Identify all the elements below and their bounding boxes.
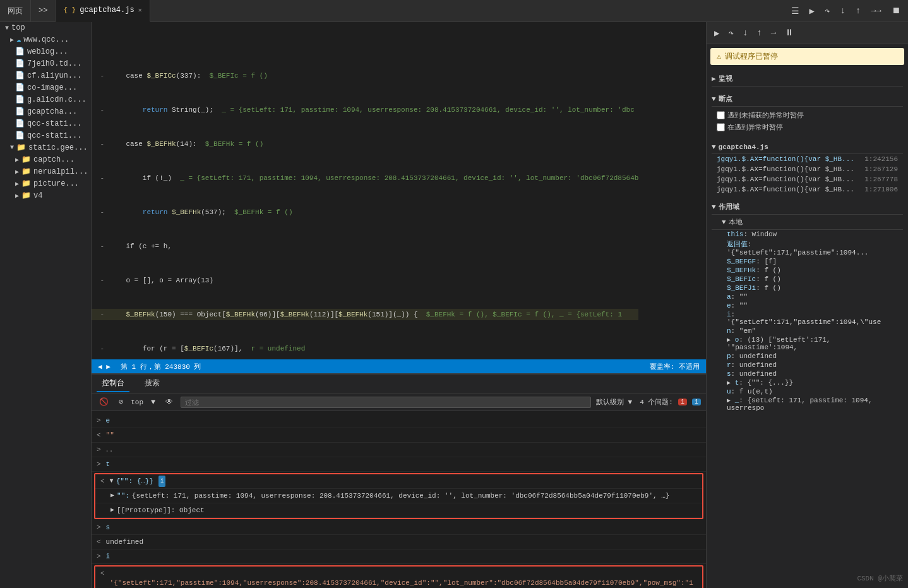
center-area: - case $_BFICc(337): $_BEFIc = f () - re…: [92, 22, 706, 588]
sidebar-item-top[interactable]: ▼ top: [0, 22, 91, 33]
console-filter-input[interactable]: [181, 397, 591, 408]
local-header[interactable]: ▼ 本地: [712, 215, 903, 230]
scope-header[interactable]: ▼ 作用域: [712, 200, 903, 215]
issues-badge-blue: 1: [692, 399, 701, 405]
console-t-prop: ▶ "": {setLeft: 171, passtime: 1094, use…: [95, 489, 702, 503]
bp-exception-uncaught: 遇到未捕获的异常时暂停: [712, 109, 903, 121]
step-into-btn[interactable]: ↓: [740, 27, 750, 39]
cs-func-4: jgqy1.$.AX=function(){var $_HB...: [717, 186, 854, 193]
sidebar-item-qcc1[interactable]: 📄 qcc-stati...: [0, 117, 91, 129]
sidebar-item-weblog[interactable]: 📄 weblog...: [0, 45, 91, 57]
code-content[interactable]: - case $_BFICc(337): $_BEFIc = f () - re…: [92, 22, 706, 359]
sidebar-item-neural[interactable]: ▶ 📁 nerualpil...: [0, 165, 91, 177]
step-btn[interactable]: →: [768, 27, 779, 39]
folder-icon-v4: 📁: [21, 191, 31, 200]
expand-t-scope-icon[interactable]: ▶: [727, 380, 731, 387]
file-icon-g: 📄: [15, 95, 25, 104]
expand-icon-picture: ▶: [15, 180, 19, 188]
sidebar-label-gcaptcha: gcaptcha...: [27, 107, 77, 116]
deactivate-btn[interactable]: ⏸: [782, 27, 796, 39]
console-line-t-input: > t: [92, 457, 706, 472]
step-icon[interactable]: →→: [868, 4, 884, 17]
sidebar-item-co[interactable]: 📄 co-image...: [0, 81, 91, 93]
console-i-string: < '{"setLeft":171,"passtime":1094,"userr…: [95, 567, 702, 588]
sidebar-label-neural: nerualpil...: [33, 167, 88, 176]
eye-icon[interactable]: 👁: [163, 396, 176, 408]
sidebar-item-g[interactable]: 📄 g.alicdn.c...: [0, 93, 91, 105]
cs-func-2: jgqy1.$.AX=function(){var $_HB...: [717, 165, 854, 173]
scope-i: i: '{"setLeft":171,"passtime":1094,\"use: [712, 310, 903, 327]
file-icon-cf: 📄: [15, 71, 25, 80]
sidebar-item-7je[interactable]: 📄 7je1h0.td...: [0, 57, 91, 69]
scope-befic: $_BEFIc: f (): [712, 275, 903, 284]
cs-item-1[interactable]: jgqy1.$.AX=function(){var $_HB... 1:2421…: [712, 154, 903, 164]
step-out-icon[interactable]: ↑: [853, 4, 863, 17]
breakpoints-label: 断点: [719, 94, 732, 104]
tab-console[interactable]: 控制台: [97, 375, 129, 392]
folder-icon-captch: 📁: [21, 155, 31, 164]
t-badge: i: [158, 476, 165, 487]
cs-item-2[interactable]: jgqy1.$.AX=function(){var $_HB... 1:2671…: [712, 164, 903, 174]
scope-r: r: undefined: [712, 361, 903, 369]
step-into-icon[interactable]: ↓: [837, 4, 847, 17]
file-icon-co: 📄: [15, 83, 25, 92]
expand-icon-www: ▶: [10, 36, 14, 44]
gcaptcha-tab-close[interactable]: ✕: [138, 6, 142, 14]
expand-underscore-icon[interactable]: ▶: [727, 397, 731, 404]
tab-search[interactable]: 搜索: [140, 375, 165, 392]
callstack-section: ▼ gcaptcha4.js jgqy1.$.AX=function(){var…: [707, 138, 908, 197]
nav-icons-area: ☰ ▶ ↷ ↓ ↑ →→ ⏹: [789, 4, 909, 18]
file-icon-qcc1: 📄: [15, 119, 25, 128]
sidebar-item-www[interactable]: ▶ ☁ www.qcc...: [0, 33, 91, 45]
sidebar-label-cf: cf.aliyun...: [27, 71, 81, 80]
monitor-header[interactable]: ▶ 监视: [712, 71, 903, 87]
breakpoints-header[interactable]: ▼ 断点: [712, 92, 903, 107]
expand-prototype-icon[interactable]: ▶: [111, 505, 114, 516]
step-out-btn[interactable]: ↑: [754, 27, 764, 39]
expand-t-icon[interactable]: ▼: [110, 476, 114, 487]
right-panel-content[interactable]: ▶ 监视 ▼ 断点 遇到未捕获的异常时暂停 在遇到异常时暂: [707, 69, 908, 588]
expand-o-icon[interactable]: ▶: [727, 337, 731, 344]
resume-icon[interactable]: ▶: [807, 4, 817, 18]
step-over-btn[interactable]: ↷: [726, 27, 736, 40]
sidebar-item-cf[interactable]: 📄 cf.aliyun...: [0, 69, 91, 81]
callstack-header[interactable]: ▼ gcaptcha4.js: [712, 141, 903, 154]
sidebar-item-captch[interactable]: ▶ 📁 captch...: [0, 153, 91, 165]
webpage-tab-label: 网页: [8, 6, 23, 16]
scope-u: u: f u(e,t): [712, 387, 903, 396]
code-line-5: - return $_BEFHk(537); $_BEFHk = f (): [92, 207, 638, 218]
stop-icon[interactable]: ⏹: [889, 4, 903, 17]
expand-t-prop-icon[interactable]: ▶: [111, 490, 114, 501]
context-dropdown-btn[interactable]: ▼: [148, 397, 158, 408]
code-position-text: 第 1 行，第 243830 列: [121, 362, 201, 371]
expand-icon-top: ▼: [5, 25, 9, 32]
sidebar-item-static[interactable]: ▼ 📁 static.gee...: [0, 141, 91, 153]
bp-caught-checkbox[interactable]: [717, 123, 725, 131]
console-line-e-input: > e: [92, 414, 706, 428]
resume-debugger-btn[interactable]: ▶: [712, 27, 722, 40]
console-line-dotdot: > ..: [92, 443, 706, 457]
console-t-object: < ▼ {"": {…}} i: [95, 474, 702, 489]
code-line-8: - $_BEFHk(150) === Object[$_BEFHk(96)][$…: [92, 309, 638, 320]
tab-gcaptcha[interactable]: { } gcaptcha4.js ✕: [56, 0, 150, 22]
toggle-sidebar-icon[interactable]: ☰: [789, 4, 802, 18]
console-level-select[interactable]: 默认级别 ▼: [596, 397, 632, 407]
filter-toggle-btn[interactable]: ⊘: [116, 396, 126, 408]
cs-item-4[interactable]: jgqy1.$.AX=function(){var $_HB... 1:2710…: [712, 184, 903, 195]
sidebar-item-qcc2[interactable]: 📄 qcc-stati...: [0, 129, 91, 141]
step-over-icon[interactable]: ↷: [822, 4, 832, 18]
folder-icon-picture: 📁: [21, 179, 31, 188]
cs-item-3[interactable]: jgqy1.$.AX=function(){var $_HB... 1:2677…: [712, 174, 903, 184]
sidebar-item-gcaptcha[interactable]: 📄 gcaptcha...: [0, 105, 91, 117]
console-content[interactable]: > e < "" > .. > t < ▼: [92, 411, 706, 588]
right-panel: ▶ ↷ ↓ ↑ → ⏸ ⚠ 调试程序已暂停 ▶ 监视 ▼: [706, 22, 908, 588]
tab-webpage[interactable]: 网页: [0, 0, 31, 22]
bp-uncaught-checkbox[interactable]: [717, 111, 725, 119]
clear-console-btn[interactable]: 🚫: [97, 396, 111, 408]
code-line-2: - return String(_); _ = {setLeft: 171, p…: [92, 104, 638, 116]
sidebar-item-picture[interactable]: ▶ 📁 picture...: [0, 177, 91, 189]
cs-line-4: 1:271006: [864, 186, 898, 193]
sidebar-item-v4[interactable]: ▶ 📁 v4: [0, 189, 91, 201]
tab-more[interactable]: >>: [31, 0, 56, 22]
file-icon-gcaptcha: 📄: [15, 107, 25, 116]
